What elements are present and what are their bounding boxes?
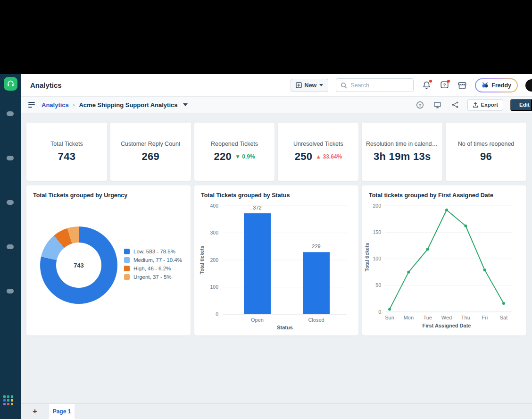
add-page-button[interactable]: + <box>25 404 45 419</box>
svg-text:Total tickets: Total tickets <box>199 246 205 275</box>
svg-text:150: 150 <box>373 229 381 235</box>
chart-widgets-row: Total Tickets grouped by Urgency 743 Low… <box>26 185 526 335</box>
screen-top-black-area <box>0 0 532 74</box>
svg-text:?: ? <box>419 102 421 107</box>
svg-text:200: 200 <box>210 257 218 263</box>
svg-text:Sat: Sat <box>500 315 508 320</box>
stat-label: Total Tickets <box>50 141 83 147</box>
svg-text:300: 300 <box>210 230 218 235</box>
user-avatar[interactable] <box>525 79 532 92</box>
pages-footer: + Page 1 <box>21 403 532 419</box>
new-button-label: New <box>305 82 317 89</box>
legend-item: High, 46 - 6.2% <box>124 266 182 271</box>
stat-card-total-tickets[interactable]: Total Tickets 743 <box>26 123 107 181</box>
report-actions: ? <box>415 99 532 111</box>
stat-card-unresolved-tickets[interactable]: Unresolved Tickets 250 ▲ 33.64% <box>278 123 358 181</box>
sidebar-item-2[interactable] <box>7 156 14 160</box>
stat-cards-row: Total Tickets 743 Customer Reply Count 2… <box>26 123 526 181</box>
page-tab-1[interactable]: Page 1 <box>49 404 75 419</box>
legend-item: Urgent, 37 - 5% <box>124 274 182 280</box>
svg-text:Tue: Tue <box>423 315 432 320</box>
widget-tickets-by-status[interactable]: Total Tickets grouped by Status 01002003… <box>194 185 358 335</box>
global-search[interactable] <box>336 78 414 92</box>
share-nodes-icon <box>451 101 459 109</box>
svg-text:Total tickets: Total tickets <box>364 243 370 272</box>
svg-text:Thu: Thu <box>461 315 470 320</box>
svg-text:400: 400 <box>210 203 218 209</box>
donut-chart: 743 <box>40 226 117 304</box>
freddy-icon <box>482 82 489 89</box>
svg-text:0: 0 <box>378 309 381 315</box>
breadcrumb-separator: › <box>73 102 75 108</box>
stat-card-times-reopened[interactable]: No of times reopened 96 <box>446 123 526 181</box>
sidebar-item-5[interactable] <box>7 289 14 293</box>
stat-label: Reopened Tickets <box>211 141 258 147</box>
bar-chart: 0100200300400Total tickets372Open229Clos… <box>194 185 357 335</box>
widget-tickets-by-first-assigned-date[interactable]: Total tickets grouped by First Assigned … <box>362 185 526 335</box>
edit-label: Edit <box>519 102 530 108</box>
freddy-label: Freddy <box>491 82 511 89</box>
marketplace-button[interactable] <box>457 80 467 91</box>
svg-text:Closed: Closed <box>308 317 324 323</box>
main-area: Analytics New <box>21 74 532 419</box>
report-dropdown-caret[interactable] <box>183 103 188 106</box>
donut-legend: Low, 583 - 78.5%Medium, 77 - 10.4%High, … <box>124 249 182 280</box>
stat-value: 220 <box>214 151 232 163</box>
report-toolbar: Analytics › Acme Shipping Support Analyt… <box>21 97 532 113</box>
svg-text:100: 100 <box>373 256 381 261</box>
new-button[interactable]: New <box>291 79 329 92</box>
svg-text:Mon: Mon <box>404 315 414 320</box>
storefront-icon <box>457 81 467 90</box>
legend-item: Medium, 77 - 10.4% <box>124 257 182 263</box>
stat-card-resolution-time[interactable]: Resolution time in calendar ... 3h 19m 1… <box>362 123 442 181</box>
svg-text:Status: Status <box>277 325 293 330</box>
notification-badge <box>429 80 432 83</box>
export-button[interactable]: Export <box>467 99 503 111</box>
widget-tickets-by-urgency[interactable]: Total Tickets grouped by Urgency 743 Low… <box>26 185 191 335</box>
svg-text:50: 50 <box>375 282 381 288</box>
line-chart: 050100150200Total ticketsSunMonTueWedThu… <box>362 185 525 335</box>
dashboard-canvas: Total Tickets 743 Customer Reply Count 2… <box>21 113 532 403</box>
stat-value: 743 <box>58 151 76 163</box>
search-icon <box>341 82 347 89</box>
headphones-icon <box>7 80 15 88</box>
pages-list-icon[interactable] <box>28 102 35 108</box>
sidebar-item-4[interactable] <box>7 244 14 249</box>
export-label: Export <box>481 102 498 108</box>
sidebar-item-3[interactable] <box>7 200 14 205</box>
stat-value: 250 <box>295 151 313 163</box>
question-circle-icon: ? <box>416 101 424 109</box>
upload-icon <box>473 102 478 108</box>
stat-value: 269 <box>141 151 159 163</box>
svg-text:?: ? <box>443 82 446 87</box>
stat-delta-down: ▼ 0.9% <box>235 153 255 160</box>
report-help-button[interactable]: ? <box>415 100 425 110</box>
donut-hole: 743 <box>56 243 101 288</box>
svg-text:Fri: Fri <box>482 315 488 320</box>
stat-value: 96 <box>480 151 492 163</box>
freddy-button[interactable]: Freddy <box>475 78 518 92</box>
stat-delta-up: ▲ 33.64% <box>316 153 342 160</box>
edit-button[interactable]: Edit <box>510 99 532 111</box>
help-badge <box>447 80 450 83</box>
stat-card-customer-reply-count[interactable]: Customer Reply Count 269 <box>110 123 191 181</box>
sidebar-item-1[interactable] <box>7 111 14 116</box>
legend-item: Low, 583 - 78.5% <box>124 249 182 254</box>
notifications-button[interactable] <box>421 80 432 91</box>
freshdesk-logo[interactable] <box>4 77 17 91</box>
present-button[interactable] <box>432 100 443 110</box>
help-button[interactable]: ? <box>439 80 449 91</box>
donut-total: 743 <box>74 262 84 269</box>
share-button[interactable] <box>450 100 460 110</box>
search-input[interactable] <box>350 82 402 89</box>
svg-text:Wed: Wed <box>441 315 452 320</box>
svg-text:229: 229 <box>312 243 320 249</box>
svg-text:0: 0 <box>216 311 218 317</box>
chart-title: Total Tickets grouped by Urgency <box>33 192 184 199</box>
chevron-down-icon <box>319 84 323 86</box>
svg-text:200: 200 <box>373 203 381 209</box>
breadcrumb-analytics[interactable]: Analytics <box>42 101 69 109</box>
app-switcher-icon[interactable] <box>3 395 14 406</box>
svg-text:Sun: Sun <box>385 315 394 320</box>
stat-card-reopened-tickets[interactable]: Reopened Tickets 220 ▼ 0.9% <box>194 123 275 181</box>
